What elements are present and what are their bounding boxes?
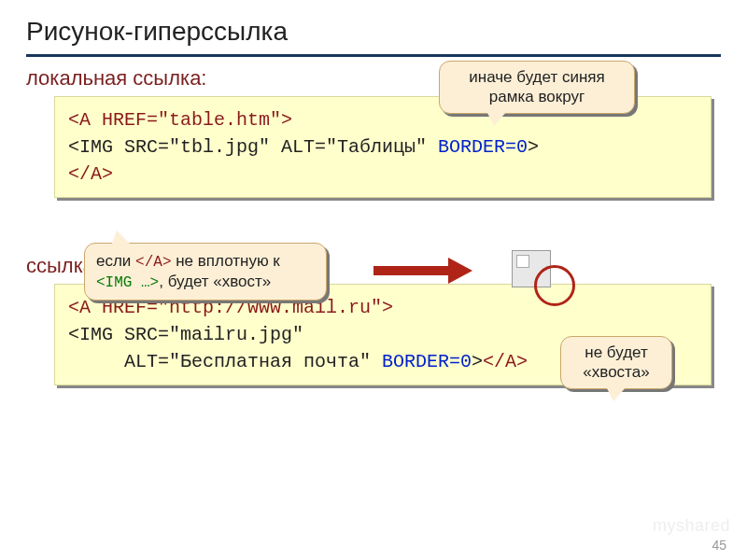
code-border: BORDER=0: [438, 136, 528, 158]
tail-pre: если: [96, 252, 135, 270]
callout-no-tail: не будет «хвоста»: [560, 336, 672, 389]
code-a-open: <A HREF="table.htm">: [68, 109, 292, 131]
circle-highlight-icon: [534, 265, 575, 306]
code2-img-l2a: ALT="Бесплатная почта": [68, 351, 382, 372]
callout-border-text: иначе будет синяя рамка вокруг: [469, 68, 604, 105]
tail-tag-close: </A>: [135, 254, 171, 271]
watermark: myshared: [653, 516, 730, 536]
tail-mid: не вплотную к: [172, 252, 280, 270]
code2-img-l2b: >: [472, 351, 483, 372]
tail-post: , будет «хвост»: [159, 273, 271, 290]
arrow-icon: [374, 266, 448, 275]
page-number: 45: [712, 538, 726, 553]
callout-tail-icon: [606, 386, 627, 401]
code2-a-close: </A>: [483, 351, 528, 372]
page-title: Рисунок-гиперссылка: [26, 17, 721, 54]
tail-tag-img: <IMG …>: [96, 274, 159, 291]
callout-tail-icon: [486, 111, 507, 126]
code-img-close: >: [528, 136, 539, 158]
code2-border: BORDER=0: [382, 351, 472, 372]
code-a-close: </A>: [68, 163, 113, 185]
callout-tail-note: если </A> не вплотную к <IMG …>, будет «…: [84, 243, 327, 301]
callout-tail-icon: [111, 231, 132, 245]
callout-border-note: иначе будет синяя рамка вокруг: [439, 61, 635, 114]
code-img: <IMG SRC="tbl.jpg" ALT="Таблицы": [68, 136, 438, 158]
code2-img-l1: <IMG SRC="mailru.jpg": [68, 324, 303, 345]
callout-no-tail-text: не будет «хвоста»: [583, 343, 649, 381]
divider: [26, 54, 721, 57]
